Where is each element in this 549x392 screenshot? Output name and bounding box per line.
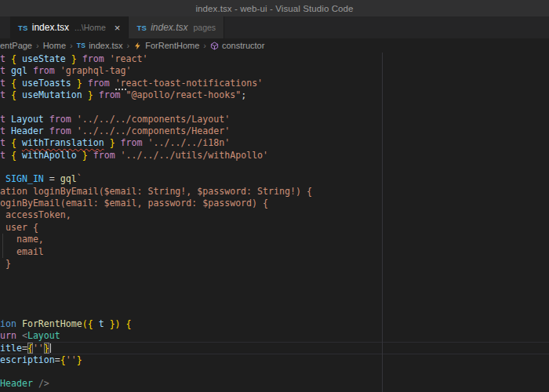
breadcrumb: entPage›Home›TSindex.tsx›ForRentHome›con… (0, 38, 549, 53)
tab-detail: ...\Home (75, 23, 106, 32)
symbol-constructor-icon (210, 42, 219, 50)
code-line[interactable]: SIGN_IN = gql` (0, 173, 549, 185)
code-line[interactable]: escription={''} (0, 354, 549, 366)
code-line[interactable] (0, 101, 549, 113)
code-content: t { useState } from 'react't gql from 'g… (0, 53, 549, 390)
breadcrumb-separator: › (127, 41, 130, 50)
code-line[interactable]: urn <Layout (0, 330, 549, 342)
code-line[interactable] (0, 366, 549, 378)
tab-bar: TSindex.tsx...\Home×TSindex.tsxpages (0, 16, 549, 38)
code-line[interactable] (0, 294, 549, 306)
tab-label: index.tsx (151, 22, 187, 33)
code-line[interactable]: accessToken, (0, 209, 549, 221)
ts-file-icon: TS (18, 24, 28, 32)
code-line[interactable]: } (0, 258, 549, 270)
breadcrumb-separator: › (203, 41, 206, 50)
code-editor[interactable]: t { useState } from 'react't gql from 'g… (0, 53, 549, 392)
code-line[interactable]: t gql from 'graphql-tag' (0, 65, 549, 77)
code-line[interactable]: t { withTranslation } from '../../../i18… (0, 137, 549, 149)
code-line[interactable] (0, 282, 549, 294)
breadcrumb-item-entpage[interactable]: entPage (0, 41, 32, 50)
tab-index.tsx-2[interactable]: TSindex.tsxpages (129, 16, 224, 38)
code-line[interactable]: ation loginByEmail($email: String!, $pas… (0, 186, 549, 198)
code-line[interactable] (0, 306, 549, 318)
symbol-function-icon (133, 42, 142, 50)
breadcrumb-item-constructor[interactable]: constructor (210, 41, 264, 50)
breadcrumb-item-forrenthome[interactable]: ForRentHome (133, 41, 199, 50)
tab-index.tsx-1[interactable]: TSindex.tsx...\Home× (10, 16, 129, 38)
tab-detail: pages (194, 23, 216, 32)
vscode-window: index.tsx - web-ui - Visual Studio Code … (0, 0, 549, 392)
code-line-current[interactable]: itle={''} (0, 342, 549, 354)
code-line[interactable]: ion ForRentHome({ t }) { (0, 318, 549, 330)
text-cursor (50, 343, 52, 353)
code-line[interactable]: Header /> (0, 378, 549, 390)
breadcrumb-item-home[interactable]: Home (43, 41, 66, 50)
code-line[interactable]: t { useToasts } from 'react-toast-notifi… (0, 78, 549, 89)
column-ruler (382, 53, 383, 392)
code-line[interactable]: t { withApollo } from '../../../utils/wi… (0, 150, 549, 162)
window-title: index.tsx - web-ui - Visual Studio Code (195, 4, 353, 13)
code-line[interactable]: t { useState } from 'react' (0, 53, 549, 65)
indent-guide (2, 234, 3, 258)
code-line[interactable]: t Layout from '../../../components/Layou… (0, 114, 549, 125)
code-line[interactable]: name, (0, 234, 549, 245)
code-line[interactable]: t Header from '../../../components/Heade… (0, 125, 549, 137)
ts-file-icon: TS (136, 24, 147, 32)
title-bar[interactable]: index.tsx - web-ui - Visual Studio Code (0, 0, 549, 16)
code-line[interactable]: email (0, 246, 549, 258)
tab-label: index.tsx (32, 22, 69, 33)
breadcrumb-separator: › (36, 41, 39, 50)
code-line[interactable]: oginByEmail(email: $email, password: $pa… (0, 198, 549, 209)
code-line[interactable]: user { (0, 222, 549, 234)
breadcrumb-separator: › (70, 41, 73, 50)
code-line[interactable] (0, 162, 549, 173)
close-icon[interactable]: × (115, 23, 121, 33)
ts-file-icon: TS (77, 42, 85, 49)
code-line[interactable]: t { useMutation } from "@apollo/react-ho… (0, 89, 549, 101)
code-line[interactable] (0, 270, 549, 281)
breadcrumb-item-index.tsx[interactable]: TSindex.tsx (77, 41, 123, 50)
